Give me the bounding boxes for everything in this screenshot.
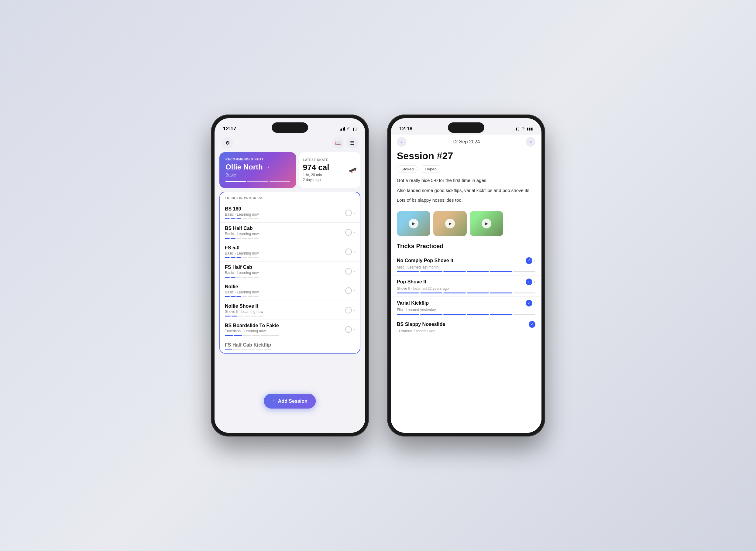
video-thumb-2[interactable]: ▶	[433, 211, 467, 236]
trick-name: BS Half Cab	[225, 226, 259, 231]
trick-meta: Basic · Learning now	[225, 212, 259, 216]
settings-button[interactable]: ⚙	[222, 137, 233, 148]
latest-skate-when: 2 days ago	[303, 178, 329, 182]
phone-1: 12:17 ☉ ▮▯ ⚙ 📖	[211, 114, 369, 437]
status-time-1: 12:17	[223, 126, 236, 132]
trick-complete-circle[interactable]	[345, 326, 352, 333]
latest-skate-card[interactable]: LATEST SKATE 974 cal 1 hr, 20 min 2 days…	[299, 152, 360, 188]
skate-icon: 🛹	[349, 166, 357, 174]
more-icon: •••	[528, 140, 533, 144]
trick-complete-circle[interactable]	[345, 288, 352, 294]
practiced-trick-name: BS Slappy Noseslide	[397, 322, 445, 327]
practiced-trick-no-comply[interactable]: No Comply Pop Shove It ✓ › Misc · Learne…	[391, 254, 541, 275]
trick-meta: Basic · Learning now	[225, 290, 259, 294]
mood-tag-label: Stoked	[401, 167, 414, 171]
signal-icon	[340, 127, 345, 131]
trick-name: Nollie	[225, 284, 259, 290]
recommended-progress	[226, 181, 290, 182]
practiced-trick-bs-slappy[interactable]: BS Slappy Noseslide ✓ · Learned 2 months…	[391, 318, 541, 338]
trick-chevron-icon: ›	[354, 328, 355, 332]
trick-item-bs180[interactable]: BS 180 Basic · Learning now ›	[220, 203, 360, 222]
trick-item-fs-half-cab-kickflip[interactable]: FS Half Cab Kickflip	[220, 339, 360, 353]
more-options-button[interactable]: •••	[526, 137, 535, 147]
trick-complete-circle[interactable]	[345, 307, 352, 314]
trick-chevron-icon: ›	[354, 269, 355, 273]
battery-low-icon: ▮▯	[515, 127, 519, 131]
trick-meta: Basic · Learning now	[225, 232, 259, 236]
book-button[interactable]: 📖	[332, 137, 344, 148]
mood-tag-hyped[interactable]: Hyped	[421, 165, 441, 173]
battery-icon: ▮▯	[352, 127, 357, 131]
practiced-trick-pop-shove-it[interactable]: Pop Shove It ✓ › Shove It · Learned 22 y…	[391, 275, 541, 297]
trick-name: FS Half Cab Kickflip	[225, 342, 271, 348]
trick-item-fs50[interactable]: FS 5-0 Basic · Learning now ›	[220, 242, 360, 261]
video-thumb-1[interactable]: ▶	[397, 211, 430, 236]
book-icon: 📖	[335, 140, 341, 146]
trick-learned-check: ✓	[526, 300, 532, 307]
recommended-arrow: →	[265, 164, 270, 170]
add-session-fab[interactable]: + Add Session	[264, 394, 316, 409]
dynamic-island-1	[272, 122, 308, 133]
status-icons-2: ▮▯ ☉ ▮▮▮	[515, 127, 533, 131]
play-button-2[interactable]: ▶	[445, 219, 455, 228]
video-thumb-3[interactable]: ▶	[470, 211, 503, 236]
trick-chevron-icon: ›	[354, 230, 355, 234]
practiced-trick-name: Varial Kickflip	[397, 301, 429, 306]
back-icon: ‹	[401, 139, 403, 144]
practiced-trick-meta: Flip · Learned yesterday	[397, 308, 535, 312]
trick-complete-circle[interactable]	[345, 209, 352, 216]
latest-skate-calories: 974 cal	[303, 163, 329, 172]
trick-name: BS Boardslide To Fakie	[225, 323, 279, 328]
tricks-in-progress-section: TRICKS IN PROGRESS BS 180 Basic · Learni…	[220, 192, 360, 354]
trick-name: FS Half Cab	[225, 264, 259, 270]
trick-complete-circle[interactable]	[345, 248, 352, 255]
latest-skate-duration: 1 hr, 20 min	[303, 173, 329, 177]
trick-item-nollie-shove-it[interactable]: Nollie Shove It Shove It · Learning now …	[220, 300, 360, 320]
trick-name: BS 180	[225, 206, 259, 212]
trick-learned-check: ✓	[529, 321, 535, 328]
back-button[interactable]: ‹	[397, 137, 407, 147]
mood-tag-label: Hyped	[425, 167, 437, 171]
trick-chevron-icon: ›	[354, 250, 355, 254]
note-line-3: Lots of bs slappy noseslides too.	[397, 197, 535, 204]
session-title: Session #27	[391, 149, 541, 165]
trick-chevron-icon: ›	[534, 258, 535, 263]
trick-item-nollie[interactable]: Nollie Basic · Learning now ›	[220, 281, 360, 300]
trick-complete-circle[interactable]	[345, 229, 352, 236]
battery-icon-2: ▮▮▮	[526, 127, 533, 131]
gear-icon: ⚙	[226, 140, 230, 146]
trick-item-bs-boardslide[interactable]: BS Boardslide To Fakie Transition · Lear…	[220, 320, 360, 339]
session-date: 12 Sep 2024	[452, 139, 480, 144]
plus-icon: +	[272, 398, 276, 404]
play-button-3[interactable]: ▶	[482, 219, 491, 228]
trick-meta: Basic · Learning now	[225, 270, 259, 275]
phone1-header: ⚙ 📖 ☰	[215, 134, 365, 152]
list-button[interactable]: ☰	[346, 137, 358, 148]
trick-item-fs-half-cab[interactable]: FS Half Cab Basic · Learning now ›	[220, 261, 360, 281]
trick-name: Nollie Shove It	[225, 304, 263, 309]
trick-chevron-icon: ›	[354, 308, 355, 312]
recommended-card[interactable]: RECOMMENDED NEXT Ollie North → Basic	[220, 152, 296, 188]
trick-meta: Shove It · Learning now	[225, 310, 263, 314]
trick-item-bs-half-cab[interactable]: BS Half Cab Basic · Learning now ›	[220, 222, 360, 242]
trick-chevron-icon: ›	[534, 280, 535, 284]
trick-learned-check: ✓	[526, 257, 532, 264]
play-button-1[interactable]: ▶	[409, 219, 418, 228]
phone-2: 12:18 ▮▯ ☉ ▮▮▮ ‹ 12 Sep 2024 ••• Session…	[387, 114, 545, 437]
trick-chevron-icon: ›	[534, 301, 535, 305]
trick-complete-circle[interactable]	[345, 268, 352, 274]
trick-learned-check: ✓	[526, 279, 532, 285]
mood-tag-stoked[interactable]: Stoked	[397, 165, 418, 173]
status-icons-1: ☉ ▮▯	[340, 127, 357, 131]
video-thumbnails: ▶ ▶ ▶	[391, 211, 541, 241]
practiced-trick-varial-kickflip[interactable]: Varial Kickflip ✓ › Flip · Learned yeste…	[391, 297, 541, 318]
trick-name: FS 5-0	[225, 245, 259, 250]
trick-chevron-icon: ›	[354, 289, 355, 293]
tricks-practiced-title: Tricks Practiced	[391, 241, 541, 254]
practiced-trick-name: No Comply Pop Shove It	[397, 258, 453, 263]
session-notes: Got a really nice 5-0 for the first time…	[391, 177, 541, 211]
practiced-trick-meta: Shove It · Learned 22 years ago	[397, 287, 535, 291]
recommended-subtitle: Basic	[226, 172, 290, 177]
latest-skate-label: LATEST SKATE	[303, 158, 329, 161]
trick-chevron-icon: ›	[354, 211, 355, 215]
